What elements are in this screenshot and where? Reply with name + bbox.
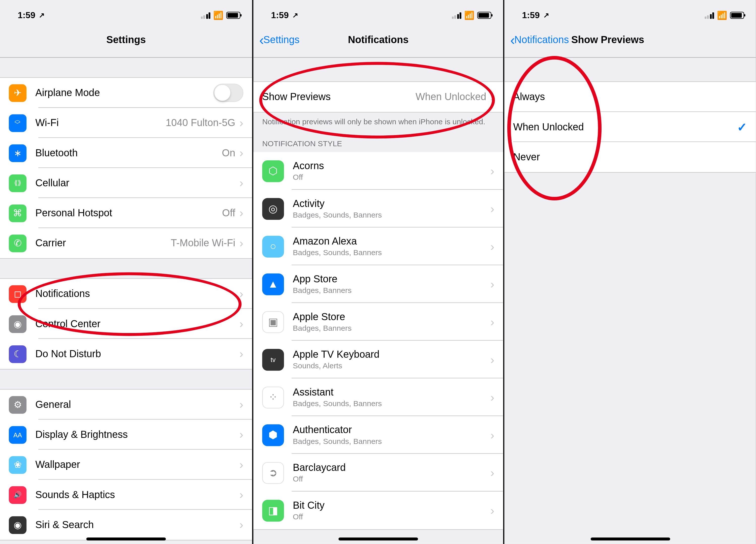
preview-option[interactable]: Never [504, 142, 756, 172]
app-subtitle: Badges, Banners [293, 324, 490, 333]
app-subtitle: Badges, Sounds, Banners [293, 399, 490, 408]
checkmark-icon: ✓ [737, 120, 747, 134]
chevron-right-icon: › [239, 398, 243, 411]
settings-row[interactable]: 🔊 Sounds & Haptics › [0, 480, 252, 510]
app-icon: ⬢ [262, 424, 284, 446]
chevron-right-icon: › [490, 315, 494, 329]
wifi-icon: 📶 [213, 11, 223, 20]
row-label: Siri & Search [35, 519, 239, 531]
settings-row[interactable]: ✆ Carrier T-Mobile Wi-Fi› [0, 228, 252, 258]
row-icon: ☾ [9, 345, 26, 363]
app-name: Bit City [293, 500, 490, 512]
app-row[interactable]: ⬢ Authenticator Badges, Sounds, Banners … [253, 416, 503, 454]
app-row[interactable]: ▲ App Store Badges, Banners › [253, 265, 503, 303]
app-icon: ▣ [262, 311, 284, 333]
app-name: Barclaycard [293, 462, 490, 474]
chevron-right-icon: › [490, 164, 494, 178]
back-label: Notifications [514, 34, 569, 46]
app-row[interactable]: ▣ Apple Store Badges, Banners › [253, 303, 503, 341]
settings-row[interactable]: ❀ Wallpaper › [0, 450, 252, 480]
app-name: Activity [293, 198, 490, 210]
settings-row[interactable]: ◉ Control Center › [0, 309, 252, 339]
home-indicator [590, 537, 670, 540]
chevron-right-icon: › [239, 287, 243, 301]
status-time: 1:59 [18, 10, 35, 20]
row-icon: ✈ [9, 84, 26, 102]
chevron-right-icon: › [239, 458, 243, 472]
back-button[interactable]: ‹ Notifications [510, 33, 569, 47]
preview-option[interactable]: Always [504, 82, 756, 112]
row-icon: 🔊 [9, 486, 26, 504]
app-subtitle: Off [293, 474, 490, 483]
option-label: When Unlocked [513, 121, 737, 133]
row-value: When Unlocked [416, 91, 486, 103]
wifi-icon: 📶 [464, 11, 474, 20]
app-row[interactable]: ➲ Barclaycard Off › [253, 454, 503, 492]
app-name: App Store [293, 274, 490, 286]
settings-group-notifications: ◻ Notifications › ◉ Control Center › ☾ D… [0, 278, 252, 370]
home-indicator [86, 537, 166, 540]
row-icon: ⌘ [9, 204, 26, 222]
status-bar: 1:59 ↗ 📶 [504, 0, 756, 22]
app-name: Assistant [293, 387, 490, 399]
settings-row[interactable]: ◻ Notifications › [0, 279, 252, 309]
row-icon: ◉ [9, 516, 26, 534]
chevron-right-icon: › [490, 504, 494, 517]
app-subtitle: Off [293, 173, 490, 181]
app-row[interactable]: ○ Amazon Alexa Badges, Sounds, Banners › [253, 227, 503, 265]
settings-row[interactable]: ⟪⟫ Cellular › [0, 168, 252, 198]
row-value: T-Mobile Wi-Fi [171, 237, 235, 249]
app-icon: tv [262, 349, 284, 371]
settings-row[interactable]: ✈ Airplane Mode [0, 78, 252, 108]
chevron-right-icon: › [239, 518, 243, 532]
row-label: Personal Hotspot [35, 207, 222, 219]
option-label: Never [513, 151, 747, 163]
home-indicator [338, 537, 418, 540]
settings-row[interactable]: ∗ Bluetooth On› [0, 138, 252, 168]
chevron-right-icon: › [239, 236, 243, 250]
app-row[interactable]: tv Apple TV Keyboard Sounds, Alerts › [253, 341, 503, 378]
row-icon: ⟪⟫ [9, 174, 26, 192]
panel-notifications: 1:59 ↗ 📶 ‹ Settings Notifications Show P… [252, 0, 505, 544]
previews-group: Show Previews When Unlocked › [253, 81, 503, 113]
preview-option[interactable]: When Unlocked ✓ [504, 112, 756, 142]
status-bar: 1:59 ↗ 📶 [253, 0, 503, 22]
show-previews-row[interactable]: Show Previews When Unlocked › [253, 82, 503, 112]
chevron-right-icon: › [490, 90, 494, 104]
app-subtitle: Off [293, 512, 490, 521]
settings-row[interactable]: ⌘ Personal Hotspot Off› [0, 198, 252, 228]
chevron-right-icon: › [490, 391, 494, 404]
app-subtitle: Badges, Sounds, Banners [293, 248, 490, 257]
settings-row[interactable]: ☾ Do Not Disturb › [0, 339, 252, 369]
row-label: Show Previews [262, 91, 416, 103]
options-group: Always When Unlocked ✓ Never [504, 81, 756, 173]
app-row[interactable]: ◎ Activity Badges, Sounds, Banners › [253, 190, 503, 227]
row-label: Do Not Disturb [35, 348, 239, 360]
status-time: 1:59 [522, 10, 540, 20]
chevron-right-icon: › [490, 277, 494, 291]
settings-row[interactable]: ⚙ General › [0, 390, 252, 420]
chevron-right-icon: › [490, 466, 494, 480]
row-label: Control Center [35, 318, 239, 330]
chevron-right-icon: › [239, 428, 243, 441]
app-row[interactable]: ◨ Bit City Off › [253, 492, 503, 529]
battery-icon [477, 12, 491, 19]
row-icon: ⚙ [9, 396, 26, 413]
row-icon: ◻ [9, 285, 26, 303]
settings-row[interactable]: ⌔ Wi-Fi 1040 Fulton-5G› [0, 108, 252, 138]
app-name: Amazon Alexa [293, 236, 490, 247]
settings-row[interactable]: ◉ Siri & Search › [0, 510, 252, 540]
app-row[interactable]: ⁘ Assistant Badges, Sounds, Banners › [253, 378, 503, 416]
app-icon: ➲ [262, 462, 284, 484]
row-label: General [35, 399, 239, 411]
chevron-right-icon: › [239, 146, 243, 160]
settings-row[interactable]: AA Display & Brightness › [0, 420, 252, 450]
nav-header: Settings [0, 22, 252, 58]
battery-icon [226, 12, 240, 19]
app-subtitle: Badges, Sounds, Banners [293, 437, 490, 445]
battery-icon [730, 12, 744, 19]
page-title: Settings [0, 34, 252, 46]
row-label: Cellular [35, 177, 239, 189]
app-row[interactable]: ⬡ Acorns Off › [253, 152, 503, 190]
toggle[interactable] [213, 84, 243, 102]
